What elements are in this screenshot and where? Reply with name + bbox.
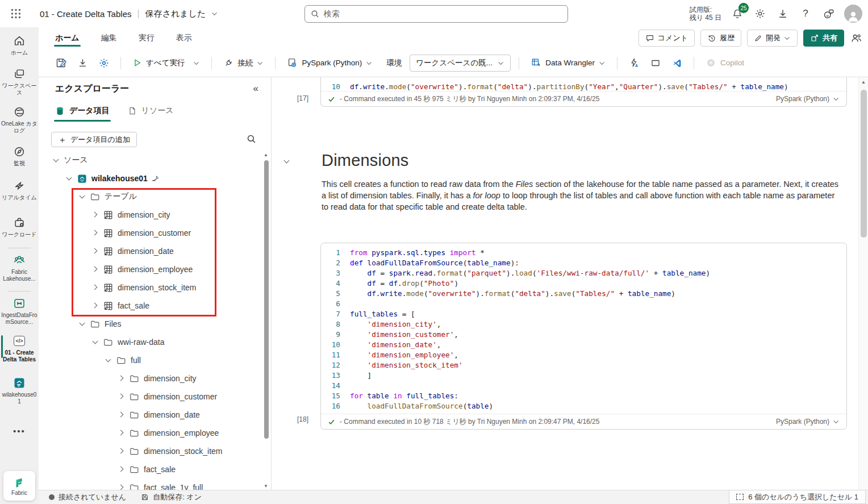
sidebar-item-workspace-fabric-lakehouse[interactable]: Fabric Lakehouse... <box>0 253 39 282</box>
scroll-down-icon[interactable]: ▼ <box>264 484 268 489</box>
chevron-right-icon[interactable] <box>118 430 125 436</box>
sidebar-item-lakehouse-wilakehouse01[interactable]: wilakehouse01 <box>0 376 39 405</box>
chevron-down-icon[interactable] <box>79 320 86 327</box>
tab-view[interactable]: 表示 <box>175 28 193 48</box>
settings-gear-icon[interactable] <box>753 7 767 20</box>
chevron-right-icon[interactable] <box>92 284 99 291</box>
sidebar-item-workloads[interactable]: ワークロード <box>0 216 39 238</box>
app-launcher-waffle-icon[interactable] <box>5 2 27 25</box>
tree-item-dimension_customer[interactable]: dimension_customer <box>39 224 263 242</box>
help-icon[interactable]: ? <box>799 7 812 20</box>
tree-item-fact_sale[interactable]: fact_sale <box>39 460 263 478</box>
kernel-language-picker[interactable]: PySpark (Python) <box>283 55 376 70</box>
people-presence-icon[interactable] <box>850 32 862 44</box>
chevron-right-icon[interactable] <box>118 448 125 455</box>
code-line[interactable]: 14 <box>321 380 846 390</box>
history-button[interactable]: 履歴 <box>700 30 741 47</box>
scrollbar-thumb[interactable] <box>861 90 867 238</box>
code-editor[interactable]: 1from pyspark.sql.types import *2def loa… <box>321 243 846 411</box>
sidebar-item-notebook-01-create-delta-tables[interactable]: </> 01 - Create Delta Tables <box>0 334 39 363</box>
code-line[interactable]: 12 'dimension_stock_item' <box>321 360 846 370</box>
tree-item-dimension_date[interactable]: dimension_date <box>39 406 263 424</box>
run-all-button[interactable]: すべて実行 <box>129 56 203 70</box>
tree-item-dimension_city[interactable]: dimension_city <box>39 369 263 388</box>
chevron-down-icon[interactable] <box>105 357 112 364</box>
tree-item-テーブル[interactable]: テーブル <box>39 188 263 206</box>
add-data-item-button[interactable]: ＋ データ項目の追加 <box>51 132 137 147</box>
environment-dropdown[interactable]: ワークスペースの既... <box>410 55 511 72</box>
comment-button[interactable]: コメント <box>639 30 695 47</box>
chevron-right-icon[interactable] <box>118 466 125 473</box>
sidebar-item-workspaces[interactable]: ワークスペース <box>0 67 39 96</box>
tab-home[interactable]: ホーム <box>54 28 81 48</box>
chevron-right-icon[interactable] <box>118 393 125 400</box>
code-line[interactable]: 2def loadFullDataFromSource(table_name): <box>321 257 846 268</box>
tab-edit[interactable]: 編集 <box>100 28 118 48</box>
tree-item-dimension_city[interactable]: dimension_city <box>39 206 263 224</box>
sidebar-item-home[interactable]: ホーム <box>0 34 39 56</box>
explorer-scrollbar[interactable]: ▲ ▼ <box>263 151 270 490</box>
pin-icon[interactable] <box>152 174 160 183</box>
code-line[interactable]: 7full_tables = [ <box>321 309 846 319</box>
chevron-down-icon[interactable] <box>92 339 99 345</box>
autosave-status[interactable]: 自動保存: オン <box>141 492 202 502</box>
code-cell-17[interactable]: 10df.write.mode("overwrite").format("del… <box>320 77 847 107</box>
scroll-up-icon[interactable]: ▲ <box>861 80 866 85</box>
code-line[interactable]: 10 'dimension_date', <box>321 339 846 349</box>
code-line[interactable]: 11 'dimension_employee', <box>321 349 846 360</box>
code-line[interactable]: 10df.write.mode("overwrite").format("del… <box>321 81 846 91</box>
collapse-panel-icon[interactable]: « <box>253 83 258 94</box>
tree-item-wilakehouse01[interactable]: wilakehouse01 <box>39 169 263 188</box>
chevron-right-icon[interactable] <box>92 230 99 236</box>
cells-selected-indicator[interactable]: 6 個のセルのうち選択したセル 1 <box>729 490 866 504</box>
connect-button[interactable]: 接続 <box>220 56 267 70</box>
code-line[interactable]: 3 df = spark.read.format("parquet").load… <box>321 268 846 278</box>
scrollbar-thumb[interactable] <box>264 160 269 439</box>
chevron-right-icon[interactable] <box>118 484 125 490</box>
sidebar-item-onelake-catalog[interactable]: OneLake カタログ <box>0 105 39 134</box>
session-settings-gear-icon[interactable] <box>95 55 112 72</box>
chevron-down-icon[interactable] <box>212 11 218 16</box>
tab-run[interactable]: 実行 <box>137 28 156 48</box>
chevron-right-icon[interactable] <box>92 266 99 273</box>
data-wrangler-button[interactable]: Data Wrangler <box>527 55 609 70</box>
sidebar-item-realtime[interactable]: リアルタイム <box>0 179 39 201</box>
tree-item-dimension_date[interactable]: dimension_date <box>39 242 263 260</box>
save-status-label[interactable]: 保存されました <box>145 9 206 19</box>
feedback-icon[interactable] <box>821 7 835 20</box>
tree-item-ソース[interactable]: ソース <box>39 151 263 169</box>
code-line[interactable]: 4 df = df.drop("Photo") <box>321 278 846 288</box>
explorer-search-icon[interactable] <box>247 134 256 144</box>
save-icon[interactable] <box>52 55 69 72</box>
account-avatar[interactable] <box>844 5 862 23</box>
sidebar-item-monitor[interactable]: 監視 <box>0 145 39 167</box>
copilot-button[interactable]: Copilot <box>702 55 748 70</box>
code-cell-18[interactable]: 1from pyspark.sql.types import *2def loa… <box>320 243 847 430</box>
notifications-bell-icon[interactable]: 25 <box>731 7 744 20</box>
cell-language-picker[interactable]: PySpark (Python) <box>776 418 840 426</box>
vscode-icon[interactable] <box>669 55 686 72</box>
tab-resources[interactable]: リソース <box>128 106 174 122</box>
tree-item-dimension_stock_item[interactable]: dimension_stock_item <box>39 442 263 460</box>
tree-item-full[interactable]: full <box>39 351 263 369</box>
tree-item-fact_sale[interactable]: fact_sale <box>39 297 263 315</box>
tree-item-dimension_customer[interactable]: dimension_customer <box>39 388 263 406</box>
fabric-home-button[interactable]: Fabric <box>3 471 35 501</box>
notebook-title[interactable]: 01 - Create Delta Tables <box>40 9 131 19</box>
share-button[interactable]: 共有 <box>803 30 844 47</box>
nav-more-button[interactable]: ••• <box>0 424 39 438</box>
chevron-down-icon[interactable] <box>66 175 73 182</box>
code-line[interactable]: 16 loadFullDataFromSource(table) <box>321 401 846 411</box>
scroll-up-icon[interactable]: ▲ <box>264 152 268 157</box>
chevron-down-icon[interactable] <box>79 193 86 200</box>
tree-item-dimension_stock_item[interactable]: dimension_stock_item <box>39 278 263 297</box>
develop-button[interactable]: 開発 <box>747 30 798 47</box>
code-line[interactable]: 1from pyspark.sql.types import * <box>321 247 846 257</box>
chevron-right-icon[interactable] <box>118 411 125 418</box>
notebook-scrollbar[interactable]: ▲ <box>858 77 868 490</box>
code-line[interactable]: 5 df.write.mode("overwrite").format("del… <box>321 288 846 298</box>
cell-language-picker[interactable]: PySpark (Python) <box>776 95 840 103</box>
chevron-down-icon[interactable] <box>53 157 60 164</box>
code-editor[interactable]: 10df.write.mode("overwrite").format("del… <box>321 77 846 91</box>
tree-item-dimension_employee[interactable]: dimension_employee <box>39 424 263 442</box>
